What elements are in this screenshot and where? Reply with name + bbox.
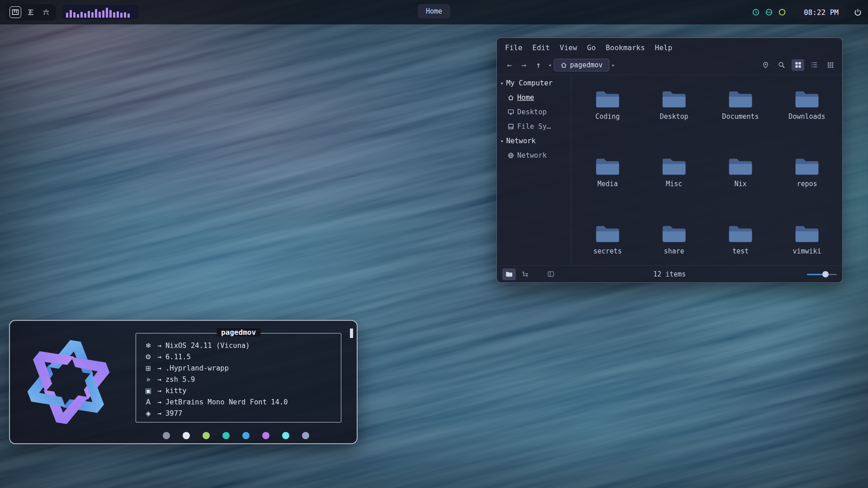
menu-go[interactable]: Go bbox=[587, 43, 596, 52]
visualizer-bar bbox=[124, 12, 126, 18]
palette-dot bbox=[222, 432, 230, 439]
fetch-value: JetBrains Mono Nerd Font 14.0 bbox=[165, 398, 288, 406]
home-icon bbox=[508, 94, 514, 101]
menu-bookmarks[interactable]: Bookmarks bbox=[606, 43, 645, 52]
file-manager-window: File Edit View Go Bookmarks Help ← → ↑ ◂… bbox=[496, 38, 843, 283]
visualizer-bar bbox=[77, 14, 79, 18]
nixos-logo bbox=[20, 333, 117, 431]
network-globe-icon bbox=[508, 152, 514, 159]
fetch-row: » → zsh 5.9 bbox=[143, 374, 341, 385]
folder-name: Coding bbox=[595, 113, 620, 121]
arrow-icon: → bbox=[157, 353, 161, 361]
power-icon bbox=[854, 8, 862, 17]
visualizer-bar bbox=[88, 11, 90, 18]
folder-tile[interactable]: vimwiki bbox=[778, 223, 836, 255]
visualizer-bar bbox=[102, 10, 104, 18]
location-button[interactable] bbox=[759, 59, 772, 71]
palette-dot bbox=[163, 432, 170, 439]
visualizer-bar bbox=[113, 12, 115, 18]
zoom-slider[interactable] bbox=[807, 271, 837, 277]
network-status-icon[interactable] bbox=[765, 8, 773, 16]
visualizer-bar bbox=[66, 13, 68, 18]
color-palette bbox=[163, 432, 309, 439]
visualizer-bar bbox=[117, 11, 119, 18]
folder-pane-icon bbox=[505, 271, 513, 277]
visualizer-bar bbox=[80, 12, 83, 18]
visualizer-bar bbox=[73, 12, 75, 18]
fetch-row: ◈ → 3977 bbox=[143, 408, 341, 419]
sidebar-item-filesystem[interactable]: File Sy… bbox=[497, 119, 571, 134]
folder-tile[interactable]: Desktop bbox=[645, 89, 703, 121]
folder-tile[interactable]: secrets bbox=[579, 223, 637, 255]
sidebar-section-my-computer[interactable]: ▾ My Computer bbox=[497, 76, 571, 90]
focused-window-title[interactable]: Home bbox=[418, 4, 450, 19]
tree-view-icon bbox=[522, 271, 529, 277]
workspace-1[interactable] bbox=[9, 6, 21, 18]
shell-icon: » bbox=[143, 375, 153, 384]
back-button[interactable]: ← bbox=[502, 58, 517, 72]
visualizer-bar bbox=[106, 8, 108, 18]
sidebar-item-label: Home bbox=[517, 94, 534, 102]
notification-icon[interactable] bbox=[778, 8, 786, 16]
sidebar-item-network[interactable]: Network bbox=[497, 148, 571, 163]
menu-edit[interactable]: Edit bbox=[533, 43, 550, 52]
folder-tile[interactable]: Coding bbox=[579, 89, 637, 121]
breadcrumb-left-chevron-icon[interactable]: ◂ bbox=[546, 61, 554, 68]
fetch-value: .Hyprland-wrapp bbox=[165, 364, 229, 372]
folder-icon bbox=[594, 156, 621, 177]
workspace-2[interactable] bbox=[25, 6, 37, 18]
sidebar-item-label: File Sy… bbox=[517, 122, 551, 131]
clock[interactable]: 08:22 PM bbox=[797, 5, 845, 20]
breadcrumb-path: pagedmov bbox=[570, 61, 603, 69]
menu-file[interactable]: File bbox=[505, 43, 523, 52]
power-button[interactable] bbox=[852, 6, 863, 18]
folder-name: Nix bbox=[734, 180, 746, 188]
folder-tile[interactable]: Downloads bbox=[778, 89, 836, 121]
cjk-four-glyph bbox=[12, 9, 19, 16]
folder-tile[interactable]: Documents bbox=[712, 89, 769, 121]
visualizer-bar bbox=[127, 14, 130, 18]
fm-body: ▾ My Computer Home Desktop F bbox=[497, 75, 842, 265]
palette-dot bbox=[262, 432, 269, 439]
split-pane-button[interactable] bbox=[544, 268, 557, 280]
breadcrumb[interactable]: pagedmov bbox=[554, 59, 609, 71]
compact-view-button[interactable] bbox=[824, 59, 837, 71]
top-bar: Home 08:22 PM bbox=[0, 0, 868, 24]
folder-tile[interactable]: share bbox=[645, 223, 703, 255]
folder-icon bbox=[727, 89, 754, 110]
fm-sidebar: ▾ My Computer Home Desktop F bbox=[497, 75, 571, 265]
fetch-row: A → JetBrains Mono Nerd Font 14.0 bbox=[143, 396, 341, 408]
folder-name: Media bbox=[597, 180, 618, 188]
search-button[interactable] bbox=[775, 59, 788, 71]
folder-tile[interactable]: repos bbox=[778, 156, 836, 188]
sidebar-item-home[interactable]: Home bbox=[497, 90, 571, 105]
workspace-3[interactable] bbox=[40, 6, 52, 18]
zoom-knob[interactable] bbox=[822, 271, 829, 277]
sidebar-item-desktop[interactable]: Desktop bbox=[497, 105, 571, 119]
folder-tile[interactable]: Media bbox=[579, 156, 637, 188]
up-button[interactable]: ↑ bbox=[531, 58, 546, 72]
audio-visualizer bbox=[62, 5, 138, 19]
folder-tile[interactable]: Misc bbox=[645, 156, 703, 188]
list-view-button[interactable] bbox=[808, 59, 821, 71]
breadcrumb-right-chevron-icon[interactable]: ▸ bbox=[609, 61, 618, 68]
menu-help[interactable]: Help bbox=[655, 43, 673, 52]
menu-view[interactable]: View bbox=[560, 43, 577, 52]
nixos-icon: ❄ bbox=[143, 342, 153, 350]
forward-button[interactable]: → bbox=[517, 58, 531, 72]
fetch-value: 3977 bbox=[165, 409, 182, 418]
tree-pane-button[interactable] bbox=[519, 268, 532, 280]
show-sidebar-button[interactable] bbox=[502, 268, 516, 280]
sidebar-section-network[interactable]: ▾ Network bbox=[497, 134, 571, 148]
icon-view-button[interactable] bbox=[792, 59, 804, 71]
folder-tile[interactable]: test bbox=[712, 223, 769, 255]
arrow-icon: → bbox=[157, 342, 161, 350]
folder-icon bbox=[727, 156, 754, 177]
palette-dot bbox=[203, 432, 210, 439]
fetch-row: ▣ → kitty bbox=[143, 385, 341, 396]
folder-tile[interactable]: Nix bbox=[712, 156, 769, 188]
collapse-caret-icon: ▾ bbox=[500, 80, 504, 86]
visualizer-bar bbox=[95, 9, 97, 18]
recorder-icon[interactable] bbox=[752, 8, 760, 16]
palette-dot bbox=[282, 432, 289, 439]
